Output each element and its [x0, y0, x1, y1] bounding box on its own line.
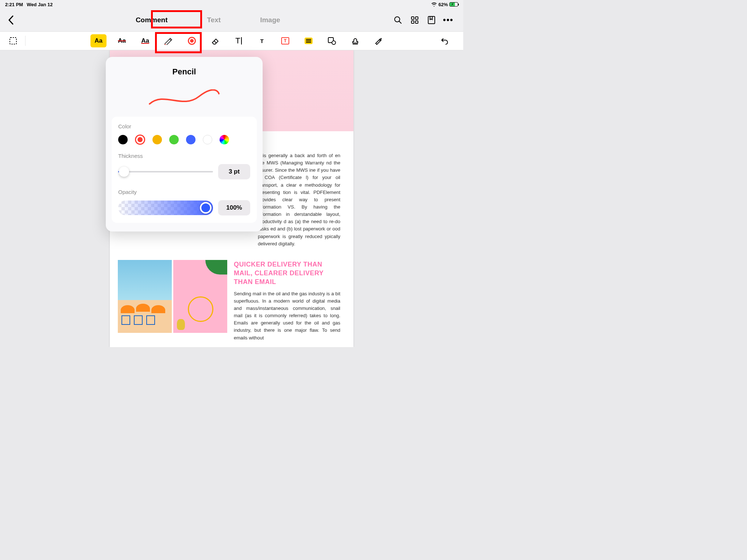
swatch-custom-color[interactable] — [220, 135, 229, 144]
doc-image-chair — [173, 260, 227, 333]
stamp-tool[interactable] — [347, 34, 363, 47]
swatch-white[interactable] — [203, 135, 212, 144]
search-icon[interactable] — [394, 16, 402, 24]
undo-button[interactable] — [436, 34, 452, 47]
app-header: Comment Text Image ••• — [0, 9, 463, 31]
textbox-tool[interactable]: T — [277, 34, 293, 47]
text-cursor-tool[interactable]: T — [231, 34, 247, 47]
bookmark-panel-icon[interactable] — [427, 16, 436, 24]
doc-paragraph-2: Sending mail in the oil and the gas indu… — [234, 290, 340, 342]
swatch-yellow[interactable] — [152, 135, 162, 144]
pencil-preview-stroke — [106, 84, 263, 113]
thickness-slider[interactable] — [118, 171, 213, 172]
thickness-label: Thickness — [118, 153, 250, 159]
opacity-slider[interactable] — [118, 201, 213, 215]
opacity-slider-thumb[interactable] — [200, 202, 212, 214]
pencil-popover: Pencil Color Thickness 3 pt Opacity — [106, 57, 263, 232]
svg-rect-1 — [411, 17, 414, 19]
grid-icon[interactable] — [411, 16, 419, 24]
status-bar: 2:21 PM Wed Jan 12 62% ⚡︎ — [0, 0, 463, 9]
svg-rect-5 — [428, 16, 435, 24]
thickness-value: 3 pt — [218, 164, 250, 179]
opacity-label: Opacity — [118, 189, 250, 195]
color-indicator-icon — [188, 37, 196, 45]
doc-image-beach — [118, 260, 172, 333]
underline-tool[interactable]: Aa — [137, 34, 153, 47]
swatch-green[interactable] — [169, 135, 179, 144]
signature-tool[interactable] — [371, 34, 387, 47]
svg-rect-2 — [415, 17, 418, 19]
tab-image[interactable]: Image — [259, 13, 282, 27]
svg-rect-4 — [415, 21, 418, 23]
area-select-tool[interactable] — [5, 34, 21, 47]
shape-tool[interactable] — [324, 34, 340, 47]
more-icon[interactable]: ••• — [444, 16, 452, 24]
highlight-tool[interactable]: Aa — [90, 34, 107, 47]
swatch-blue[interactable] — [186, 135, 196, 144]
tab-text[interactable]: Text — [206, 13, 222, 27]
eraser-tool[interactable] — [207, 34, 223, 47]
battery-icon: ⚡︎ — [449, 2, 458, 7]
annotation-toolbar: Aa Aa Aa T T T — [0, 31, 463, 50]
wifi-icon — [431, 2, 437, 7]
thickness-slider-thumb[interactable] — [119, 167, 129, 177]
swatch-black[interactable] — [118, 135, 128, 144]
color-label: Color — [118, 123, 250, 129]
strikethrough-tool[interactable]: Aa — [114, 34, 130, 47]
back-button[interactable] — [0, 15, 22, 25]
doc-image-row — [118, 260, 227, 342]
status-date: Wed Jan 12 — [27, 2, 53, 7]
doc-heading-2: QUICKER DELIVERY THAN MAIL, CLEARER DELI… — [234, 260, 340, 287]
popover-title: Pencil — [106, 57, 263, 84]
pencil-color-tool[interactable] — [184, 34, 200, 47]
text-small-tool[interactable]: T — [254, 34, 270, 47]
svg-point-8 — [332, 41, 336, 44]
status-time: 2:21 PM — [5, 2, 23, 7]
swatch-red-selected[interactable] — [135, 135, 145, 145]
color-swatches — [118, 135, 250, 145]
sticky-note-icon — [305, 38, 313, 44]
svg-rect-3 — [411, 21, 414, 23]
sticky-note-tool[interactable] — [301, 34, 317, 47]
svg-rect-6 — [10, 38, 16, 44]
opacity-value: 100% — [218, 200, 250, 215]
battery-percent: 62% — [438, 2, 448, 7]
tab-comment[interactable]: Comment — [134, 13, 169, 27]
pencil-tool[interactable] — [160, 34, 177, 47]
